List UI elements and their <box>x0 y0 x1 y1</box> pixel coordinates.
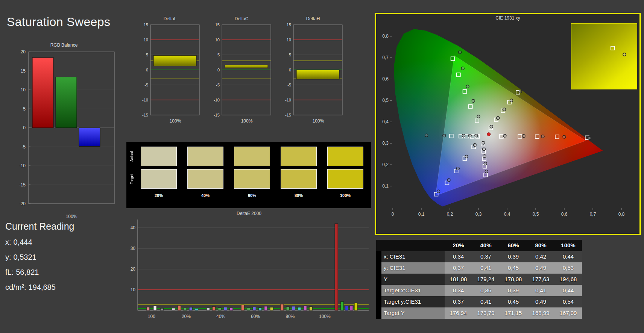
deltae-bar <box>213 307 216 310</box>
cie-measurement-marker <box>456 167 459 170</box>
deltae-bar <box>253 307 256 310</box>
rgb-balance-chart[interactable]: RGB Balance 20151050-5-10-15-20 100% <box>11 42 117 220</box>
swatch-col-label: 20% <box>141 193 177 198</box>
svg-text:-10: -10 <box>142 98 148 102</box>
deltaL-title: DeltaL <box>138 16 202 22</box>
reading-x-value: 0,444 <box>14 238 32 246</box>
svg-text:-15: -15 <box>142 113 148 117</box>
swatch-actual-20% <box>141 147 177 166</box>
svg-text:10: 10 <box>215 38 220 42</box>
current-reading-title: Current Reading <box>5 221 118 232</box>
deltaH-title: DeltaH <box>281 16 345 22</box>
svg-text:-10: -10 <box>19 163 26 168</box>
deltaL-chart[interactable]: DeltaL 151050-5-10-15 100% <box>138 16 202 124</box>
svg-text:0,6: 0,6 <box>561 212 568 217</box>
svg-text:5: 5 <box>289 53 291 57</box>
cie-measurement-marker <box>443 134 446 137</box>
deltae-bar <box>195 309 198 311</box>
deltae-bar <box>350 306 353 310</box>
table-row-label: Target Y <box>381 307 445 319</box>
cie-title: CIE 1931 xy <box>376 15 639 21</box>
deltaC-plot: 151050-5-10-15 <box>209 22 274 117</box>
cie-measurement-marker <box>468 134 471 137</box>
table-col-header: 40% <box>472 240 500 251</box>
deltae-bar <box>224 307 227 310</box>
cie-1931-chart[interactable]: CIE 1931 xy 00,10,20,30,40,50,60,70,80,1… <box>375 13 641 235</box>
cie-measurement-marker <box>563 135 566 138</box>
cie-measurement-marker <box>473 144 476 147</box>
svg-text:0: 0 <box>23 125 26 130</box>
table-row-label: y: CIE31 <box>381 262 445 274</box>
table-cell: 0,45 <box>500 296 527 307</box>
cie-measurement-marker <box>522 135 525 138</box>
table-cell: 0,49 <box>527 262 554 274</box>
cie-measurement-marker <box>447 179 450 182</box>
reading-x-label: x: <box>5 238 11 246</box>
swatch-col-label: 80% <box>281 193 317 198</box>
svg-text:-10: -10 <box>285 98 291 102</box>
svg-text:10: 10 <box>287 38 291 42</box>
table-row-label: Target x:CIE31 <box>381 285 445 296</box>
deltae-bar <box>230 308 233 310</box>
swatch-target-100% <box>327 169 363 189</box>
cie-measurement-marker <box>484 162 487 165</box>
svg-text:40%: 40% <box>216 314 225 319</box>
svg-text:0,2: 0,2 <box>447 212 453 217</box>
svg-text:0,8: 0,8 <box>382 33 389 39</box>
table-cell: 176,94 <box>445 307 472 319</box>
svg-text:20%: 20% <box>182 314 191 319</box>
svg-text:60%: 60% <box>251 314 260 319</box>
rgb-balance-title: RGB Balance <box>11 42 117 48</box>
deltae2000-chart[interactable]: DeltaE 2000 1020304010020%40%60%80%100% <box>126 210 372 325</box>
table-strip <box>376 285 381 296</box>
svg-text:10: 10 <box>131 287 136 292</box>
deltaL-bar <box>153 56 196 66</box>
deltaL-plot: 151050-5-10-15 <box>138 22 202 117</box>
svg-text:20: 20 <box>21 49 26 54</box>
deltaH-chart[interactable]: DeltaH 151050-5-10-15 100% <box>281 16 345 124</box>
deltae-bar <box>218 308 221 310</box>
reading-y-label: y: <box>5 253 11 261</box>
cie-measurement-marker <box>466 85 469 88</box>
svg-text:80%: 80% <box>286 314 295 319</box>
measurement-table[interactable]: 20%40%60%80%100%x: CIE310,340,370,390,42… <box>376 240 582 319</box>
deltae-bar <box>184 308 187 310</box>
deltae-bar <box>286 307 289 310</box>
swatch-actual-60% <box>234 147 270 166</box>
deltaC-chart[interactable]: DeltaC 151050-5-10-15 100% <box>209 16 274 124</box>
svg-text:-20: -20 <box>19 201 26 206</box>
cie-measurement-marker <box>485 170 488 173</box>
table-corner <box>381 240 445 251</box>
reading-y: y:0,5321 <box>5 253 118 262</box>
table-cell: 181,08 <box>445 274 472 285</box>
svg-text:15: 15 <box>215 23 220 27</box>
svg-text:0,1: 0,1 <box>418 212 425 217</box>
table-cell: 0,41 <box>472 296 500 307</box>
reading-fl: fL:56,821 <box>5 268 118 277</box>
deltae-bar <box>292 306 295 310</box>
table-cell: 168,99 <box>527 307 554 319</box>
deltae-bar <box>310 307 313 310</box>
svg-text:5: 5 <box>146 53 148 57</box>
deltae-bar <box>178 306 181 310</box>
reading-x: x:0,444 <box>5 238 118 247</box>
table-cell: 0,34 <box>445 251 472 262</box>
cie-measurement-marker <box>462 134 465 137</box>
saturation-swatch-panel[interactable]: ActualTarget20%40%60%80%100% <box>126 142 371 208</box>
svg-text:10: 10 <box>144 38 148 42</box>
svg-text:30: 30 <box>131 246 136 251</box>
rgb-bar-red <box>32 58 53 128</box>
cie-measurement-marker <box>510 99 513 102</box>
svg-text:40: 40 <box>131 225 136 230</box>
svg-text:10: 10 <box>21 87 26 92</box>
svg-text:-5: -5 <box>21 144 26 150</box>
rgb-balance-plot: 20151050-5-10-15-20 <box>11 48 117 212</box>
swatch-target-80% <box>281 169 317 189</box>
deltae-bar <box>345 306 348 310</box>
deltae2000-title: DeltaE 2000 <box>126 210 372 216</box>
table-cell: 0,37 <box>472 251 500 262</box>
cie-measurement-marker <box>519 90 522 93</box>
cie-measurement-marker <box>459 51 462 54</box>
deltaC-title: DeltaC <box>209 16 274 22</box>
table-strip <box>376 251 381 262</box>
